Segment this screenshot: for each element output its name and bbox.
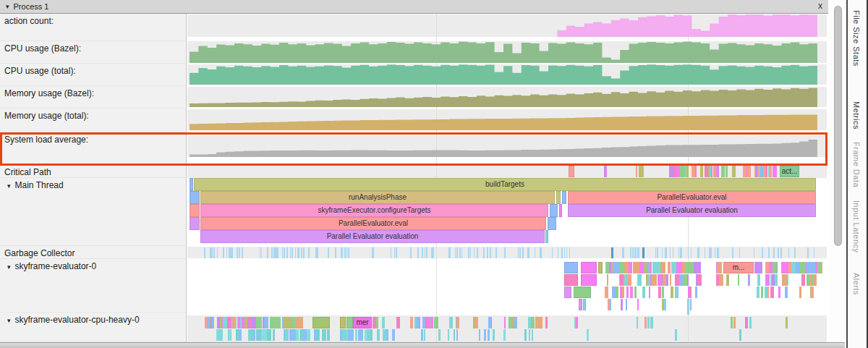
confetti-tick[interactable] bbox=[459, 247, 461, 258]
confetti-tick[interactable] bbox=[302, 247, 302, 258]
confetti-tick[interactable] bbox=[768, 247, 770, 258]
confetti-tick[interactable] bbox=[773, 247, 775, 258]
confetti-tick[interactable] bbox=[731, 317, 733, 328]
confetti-tick[interactable] bbox=[490, 247, 491, 258]
confetti-tick[interactable] bbox=[662, 287, 663, 298]
confetti-tick[interactable] bbox=[249, 317, 251, 328]
confetti-tick[interactable] bbox=[781, 262, 789, 273]
confetti-tick[interactable] bbox=[691, 247, 692, 258]
confetti-tick[interactable] bbox=[644, 317, 647, 328]
trace-slice[interactable]: act... bbox=[780, 166, 799, 177]
confetti-tick[interactable] bbox=[487, 247, 488, 258]
confetti-tick[interactable] bbox=[473, 317, 476, 328]
confetti-tick[interactable] bbox=[292, 247, 293, 258]
confetti-tick[interactable] bbox=[396, 317, 401, 328]
confetti-tick[interactable] bbox=[668, 262, 671, 273]
confetti-tick[interactable] bbox=[468, 247, 469, 258]
trace-slice[interactable] bbox=[340, 317, 346, 328]
confetti-tick[interactable] bbox=[721, 166, 725, 177]
confetti-tick[interactable] bbox=[626, 299, 627, 310]
confetti-tick[interactable] bbox=[422, 317, 425, 328]
confetti-tick[interactable] bbox=[780, 247, 782, 258]
confetti-tick[interactable] bbox=[699, 247, 699, 258]
confetti-tick[interactable] bbox=[757, 287, 760, 298]
confetti-tick[interactable] bbox=[285, 329, 288, 341]
confetti-tick[interactable] bbox=[642, 287, 645, 298]
confetti-tick[interactable] bbox=[814, 247, 814, 258]
confetti-tick[interactable] bbox=[239, 247, 239, 258]
confetti-tick[interactable] bbox=[427, 247, 427, 258]
confetti-tick[interactable] bbox=[733, 317, 736, 328]
confetti-tick[interactable] bbox=[671, 287, 673, 298]
confetti-tick[interactable] bbox=[358, 329, 364, 341]
confetti-tick[interactable] bbox=[676, 166, 679, 177]
trace-slice[interactable] bbox=[611, 247, 613, 258]
confetti-tick[interactable] bbox=[552, 247, 553, 258]
confetti-tick[interactable] bbox=[670, 274, 671, 286]
confetti-tick[interactable] bbox=[788, 247, 789, 258]
collapse-arrow-icon[interactable]: ▾ bbox=[6, 3, 9, 10]
confetti-tick[interactable] bbox=[479, 329, 480, 341]
confetti-tick[interactable] bbox=[610, 299, 611, 310]
confetti-tick[interactable] bbox=[770, 287, 773, 298]
confetti-tick[interactable] bbox=[341, 247, 343, 258]
confetti-tick[interactable] bbox=[636, 166, 637, 177]
confetti-tick[interactable] bbox=[569, 247, 571, 258]
confetti-tick[interactable] bbox=[757, 274, 760, 286]
trace-slice[interactable] bbox=[564, 287, 571, 298]
confetti-tick[interactable] bbox=[613, 262, 621, 273]
close-button[interactable]: x bbox=[818, 1, 822, 11]
confetti-tick[interactable] bbox=[258, 329, 259, 341]
confetti-tick[interactable] bbox=[812, 287, 814, 298]
confetti-tick[interactable] bbox=[622, 247, 624, 258]
confetti-tick[interactable] bbox=[430, 317, 433, 328]
counter-chart-action-count[interactable] bbox=[190, 14, 817, 37]
confetti-tick[interactable] bbox=[642, 166, 643, 177]
confetti-tick[interactable] bbox=[256, 317, 261, 328]
confetti-tick[interactable] bbox=[746, 317, 748, 328]
confetti-tick[interactable] bbox=[449, 317, 453, 328]
confetti-tick[interactable] bbox=[812, 274, 814, 286]
confetti-tick[interactable] bbox=[213, 247, 214, 258]
confetti-tick[interactable] bbox=[211, 247, 213, 258]
confetti-tick[interactable] bbox=[504, 317, 506, 328]
confetti-tick[interactable] bbox=[754, 262, 762, 273]
confetti-tick[interactable] bbox=[297, 247, 299, 258]
confetti-tick[interactable] bbox=[620, 274, 624, 286]
counter-chart-cpu-bazel[interactable] bbox=[190, 41, 817, 63]
confetti-tick[interactable] bbox=[787, 274, 788, 286]
confetti-tick[interactable] bbox=[531, 317, 535, 328]
confetti-tick[interactable] bbox=[328, 247, 329, 258]
trace-slice[interactable] bbox=[569, 166, 574, 177]
confetti-tick[interactable] bbox=[263, 317, 268, 328]
confetti-tick[interactable] bbox=[260, 247, 260, 258]
confetti-tick[interactable] bbox=[620, 287, 622, 298]
confetti-tick[interactable] bbox=[605, 262, 608, 273]
confetti-tick[interactable] bbox=[669, 166, 673, 177]
confetti-tick[interactable] bbox=[716, 274, 719, 286]
confetti-tick[interactable] bbox=[629, 262, 632, 273]
confetti-tick[interactable] bbox=[410, 317, 412, 328]
confetti-tick[interactable] bbox=[761, 287, 762, 298]
confetti-tick[interactable] bbox=[630, 247, 631, 258]
confetti-tick[interactable] bbox=[634, 247, 637, 258]
confetti-tick[interactable] bbox=[605, 287, 608, 298]
confetti-tick[interactable] bbox=[785, 287, 788, 298]
confetti-tick[interactable] bbox=[449, 247, 451, 258]
confetti-tick[interactable] bbox=[700, 166, 703, 177]
confetti-tick[interactable] bbox=[434, 317, 438, 328]
confetti-tick[interactable] bbox=[229, 329, 231, 341]
confetti-tick[interactable] bbox=[273, 329, 275, 341]
confetti-tick[interactable] bbox=[483, 247, 485, 258]
confetti-tick[interactable] bbox=[766, 166, 767, 177]
confetti-tick[interactable] bbox=[757, 166, 760, 177]
confetti-tick[interactable] bbox=[782, 274, 786, 286]
confetti-tick[interactable] bbox=[231, 247, 233, 258]
confetti-tick[interactable] bbox=[637, 247, 639, 258]
confetti-tick[interactable] bbox=[612, 287, 616, 298]
confetti-tick[interactable] bbox=[772, 274, 775, 286]
confetti-tick[interactable] bbox=[237, 247, 237, 258]
confetti-tick[interactable] bbox=[718, 247, 719, 258]
confetti-tick[interactable] bbox=[488, 329, 490, 341]
confetti-tick[interactable] bbox=[670, 247, 671, 258]
